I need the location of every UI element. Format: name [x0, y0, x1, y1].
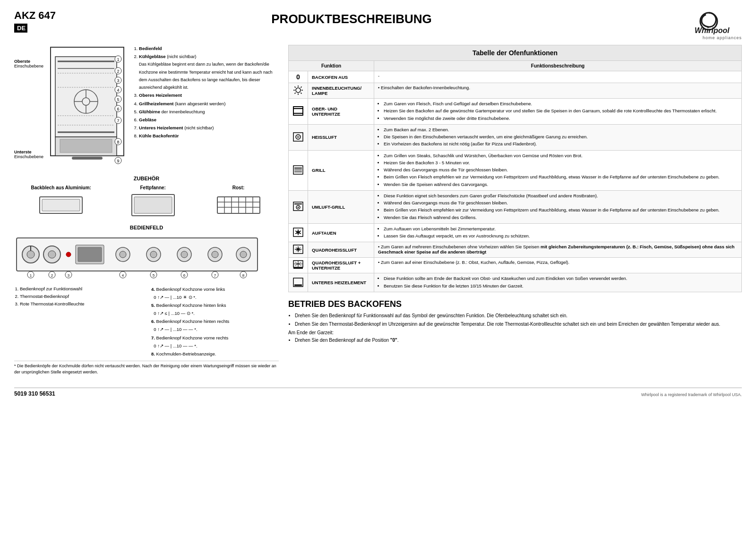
control-note-8: 8. Kochmulden-Betriebsanzeige.: [151, 350, 279, 358]
func-name-3: HEISSLUFT: [308, 124, 374, 150]
control-notes: Bedienknopf zur Funktionswahl Thermostat…: [14, 285, 279, 358]
fettpfanne-svg: [129, 192, 177, 218]
table-row-auftauen: AUFTAUEN Zum Auftauen von Lebensmitteln …: [289, 223, 742, 242]
svg-text:8: 8: [117, 140, 120, 144]
accessory-backblech: Backblech aus Aluminium:: [31, 185, 91, 219]
whirlpool-logo-svg: Whirlpool: [695, 9, 742, 35]
control-footer-note: * Die Bedienknöpfe der Kochmulde dürfen …: [14, 361, 279, 376]
control-panel-svg: 1 2 3 4 5 6 7 8: [14, 233, 260, 280]
table-row-innenbeleuchtung: INNENBELEUCHTUNG/LAMPE • Einschalten der…: [289, 83, 742, 99]
svg-text:5: 5: [153, 273, 155, 278]
svg-text:6: 6: [117, 107, 120, 111]
svg-point-98: [296, 135, 301, 139]
accessory-rost: Rost:: [215, 185, 262, 219]
func-desc-1: • Einschalten der Backofen-Innenbeleucht…: [374, 83, 742, 99]
betrieb-item-1: Drehen Sie den Bedienknopf für Funktions…: [295, 312, 742, 320]
func-icon-3: [289, 124, 308, 150]
func-desc-6: Zum Auftauen von Lebensmitteln bei Zimme…: [374, 223, 742, 242]
svg-text:5: 5: [117, 97, 120, 102]
func-name-7: QUADROHEISSLUFT: [308, 242, 374, 258]
table-row-umluft-grill: UMLUFT-GRILL Diese Funktion eignet sich …: [289, 190, 742, 223]
control-notes-left: Bedienknopf zur Funktionswahl Thermostat…: [14, 285, 142, 358]
right-column: Tabelle der Ofenfunktionen Funktion Funk…: [288, 45, 742, 381]
functions-table: Tabelle der Ofenfunktionen Funktion Funk…: [288, 45, 742, 292]
svg-point-55: [48, 251, 56, 258]
table-row-unteres-heizelement: UNTERES HEIZELEMENT Diese Funktion sollt…: [289, 273, 742, 292]
control-note-3: Rote Thermostat-Kontrollleuchte: [20, 300, 142, 308]
lower-shelf-label: Unterste Einschubebene: [14, 150, 43, 159]
svg-point-52: [27, 251, 34, 258]
svg-text:9: 9: [117, 159, 120, 163]
fettpfanne-label: Fettpfanne:: [129, 185, 177, 190]
oven-diagram-section: Oberste Einschubebene Unterste Einschube…: [14, 45, 279, 169]
func-icon-6: [289, 223, 308, 242]
diagram-label-8: Kühle Backofentür: [139, 132, 279, 140]
func-icon-9: [289, 273, 308, 292]
svg-line-90: [295, 87, 296, 88]
func-desc-0: -: [374, 71, 742, 83]
func-name-2: OBER- UNDUNTERHITZE: [308, 99, 374, 125]
lang-badge: DE: [14, 24, 27, 33]
control-panel-title: BEDIENFELD: [14, 225, 279, 230]
svg-rect-58: [78, 247, 102, 262]
accessories-grid: Backblech aus Aluminium: Fettpfanne: Ros…: [14, 185, 279, 219]
control-notes-right: 4. Bedienknopf Kochzone vorne links 0 ↑↗…: [151, 285, 279, 358]
left-column: Oberste Einschubebene Unterste Einschube…: [14, 45, 279, 381]
diagram-label-6: Gebläse: [139, 116, 279, 124]
footer-trademark: Whirlpool is a registered trademark of W…: [641, 392, 742, 397]
accessory-fettpfanne: Fettpfanne:: [129, 185, 177, 219]
svg-rect-39: [42, 199, 80, 211]
func-icon-5: [289, 190, 308, 223]
control-note-1: Bedienknopf zur Funktionswahl: [20, 285, 142, 293]
whirlpool-logo: Whirlpool home appliances: [647, 9, 742, 40]
betrieb-section: BETRIEB DES BACKOFENS Drehen Sie den Bed…: [288, 299, 742, 344]
func-icon-2: [289, 99, 308, 125]
diagram-label-3: Oberes Heizelement: [139, 92, 279, 99]
diagram-label-4: Grillheizelement (kann abgesenkt werden): [139, 100, 279, 108]
svg-line-93: [295, 93, 296, 93]
page-footer: 5019 310 56531 Whirlpool is a registered…: [14, 388, 742, 397]
control-note-5: 5. Bedienknopf Kochzone hinten links 0 ↑…: [151, 301, 279, 317]
svg-text:3: 3: [117, 78, 120, 83]
func-name-6: AUFTAUEN: [308, 223, 374, 242]
betrieb-content: Drehen Sie den Bedienknopf für Funktions…: [288, 312, 742, 344]
svg-point-56: [66, 252, 71, 257]
table-row-quadroheissluft: QUADROHEISSLUFT • Zum Garen auf mehreren…: [289, 242, 742, 258]
main-content: Oberste Einschubebene Unterste Einschube…: [14, 45, 742, 381]
betrieb-item-3: Drehen Sie den Bedienknopf auf die Posit…: [295, 337, 742, 344]
control-note-6: 6. Bedienknopf Kochzone hinten rechts 0 …: [151, 317, 279, 333]
rost-label: Rost:: [215, 185, 262, 190]
rost-svg: [215, 192, 262, 218]
func-desc-7: • Zum Garen auf mehreren Einschubebenen …: [374, 242, 742, 258]
func-icon-0: 0: [289, 71, 308, 83]
svg-point-62: [150, 251, 157, 258]
control-note-2: Thermostat-Bedienknopf: [20, 293, 142, 300]
svg-point-107: [298, 207, 299, 208]
oven-svg-container: 1 2 3 4 5 6 7 8 9: [48, 45, 129, 169]
func-icon-1: [289, 83, 308, 99]
page-header: AKZ 647 DE PRODUKTBESCHREIBUNG Whirlpool…: [14, 9, 742, 40]
svg-rect-41: [134, 197, 172, 213]
svg-rect-97: [293, 133, 303, 141]
oven-numbered-labels: Bedienfeld Kühlgebläse (nicht sichtbar) …: [133, 45, 279, 169]
svg-text:4: 4: [122, 273, 124, 278]
betrieb-title: BETRIEB DES BACKOFENS: [288, 299, 742, 309]
control-panel-section: BEDIENFELD: [14, 225, 279, 376]
func-name-1: INNENBELEUCHTUNG/LAMPE: [308, 83, 374, 99]
accessories-section: ZUBEHÖR Backblech aus Aluminium: Fettpfa…: [14, 176, 279, 219]
svg-text:2: 2: [51, 273, 53, 278]
accessories-title: ZUBEHÖR: [14, 176, 279, 181]
betrieb-paragraph-1: Am Ende der Garzeit:: [288, 329, 742, 337]
control-note-4: 4. Bedienknopf Kochzone vorne links 0 ↑↗…: [151, 285, 279, 301]
table-col2-header: Funktionsbeschreibung: [374, 61, 742, 71]
func-name-5: UMLUFT-GRILL: [308, 190, 374, 223]
logo-sub-text: home appliances: [703, 35, 742, 40]
table-row-quadro-unterhitze: QUADROHEISSLUFT +UNTERHITZE • Zum Garen …: [289, 258, 742, 273]
func-desc-8: • Zum Garen auf einer Einschubebene (z. …: [374, 258, 742, 273]
table-row-grill: GRILL Zum Grillen von Steaks, Schaschlik…: [289, 150, 742, 190]
svg-text:1: 1: [30, 273, 32, 278]
func-name-9: UNTERES HEIZELEMENT: [308, 273, 374, 292]
table-col1-header: Funktion: [289, 61, 374, 71]
diagram-label-2: Kühlgebläse (nicht sichtbar) Das Kühlgeb…: [139, 53, 279, 91]
func-desc-9: Diese Funktion sollte am Ende der Backze…: [374, 273, 742, 292]
